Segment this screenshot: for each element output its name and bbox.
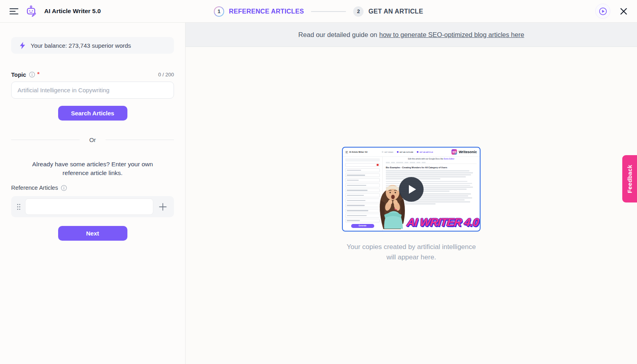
- balance-text: Your balance: 273,743 superior words: [31, 42, 131, 49]
- top-header: AI Article Writer 5.0 1 REFERENCE ARTICL…: [0, 0, 637, 23]
- page-title: AI Article Writer 5.0: [44, 8, 101, 15]
- reference-info-icon[interactable]: [61, 185, 67, 191]
- search-articles-button[interactable]: Search Articles: [58, 106, 127, 121]
- add-reference-button[interactable]: [158, 202, 168, 212]
- divider-line: [11, 140, 80, 140]
- guide-banner-text: Read our detailed guide on: [298, 31, 377, 39]
- thumb-editor-note: Edit this article with our Google Docs l…: [386, 158, 477, 160]
- main-content: Read our detailed guide on how to genera…: [186, 23, 637, 364]
- reference-label-row: Reference Articles: [11, 185, 174, 191]
- topic-char-counter: 0 / 200: [158, 72, 174, 78]
- or-text: Or: [89, 136, 96, 143]
- menu-icon[interactable]: [10, 8, 18, 15]
- topic-info-icon[interactable]: [29, 72, 35, 78]
- writesonic-badge: WS: [451, 149, 457, 155]
- thumb-app-title: AI Article Writer 4.0: [346, 151, 367, 153]
- thumb-stepper: GET IDEAS GET AN OUTLINE GET AN ARTICLE: [382, 151, 433, 153]
- play-triangle-icon: [409, 185, 416, 194]
- or-divider: Or: [11, 136, 174, 143]
- drag-handle-icon[interactable]: [17, 203, 21, 210]
- feedback-tab[interactable]: Feedback: [622, 155, 637, 202]
- required-asterisk: *: [37, 70, 40, 77]
- step-1-label: REFERENCE ARTICLES: [229, 8, 304, 15]
- video-title-text: AI WRITER 4.0: [406, 216, 479, 229]
- guide-banner-link[interactable]: how to generate SEO-optimized blog artic…: [379, 31, 524, 39]
- guide-banner: Read our detailed guide on how to genera…: [186, 23, 637, 47]
- step-2-circle: 2: [353, 6, 363, 17]
- stepper-divider: [311, 11, 346, 12]
- video-play-button[interactable]: [399, 177, 424, 202]
- step-1-circle: 1: [214, 6, 224, 17]
- step-reference-articles[interactable]: 1 REFERENCE ARTICLES: [214, 6, 304, 17]
- reference-articles-label: Reference Articles: [11, 185, 58, 191]
- thumb-doc-heading: Bio Examples - Creating Wonders for All …: [386, 166, 477, 169]
- thumb-topbar: AI Article Writer 4.0 GET IDEAS GET AN O…: [343, 148, 480, 157]
- close-icon[interactable]: [620, 8, 627, 15]
- step-get-an-article[interactable]: 2 GET AN ARTICLE: [353, 6, 423, 17]
- robot-pencil-icon: [25, 5, 37, 18]
- lightning-bolt-icon: [20, 42, 25, 49]
- left-panel: Your balance: 273,743 superior words Top…: [0, 23, 186, 364]
- balance-banner: Your balance: 273,743 superior words: [11, 37, 174, 54]
- play-tour-button[interactable]: [595, 4, 610, 19]
- reference-hint-text: Already have some articles? Enter your o…: [19, 160, 167, 177]
- header-left: AI Article Writer 5.0: [10, 5, 101, 18]
- topic-label: Topic: [11, 72, 26, 78]
- step-2-label: GET AN ARTICLE: [368, 8, 423, 15]
- header-actions: [595, 4, 627, 19]
- writesonic-wordmark: Writesonic: [459, 150, 477, 154]
- reference-url-input[interactable]: [25, 199, 153, 215]
- video-section: AI Article Writer 4.0 GET IDEAS GET AN O…: [186, 147, 637, 263]
- topic-input[interactable]: [11, 82, 174, 99]
- tutorial-video-thumbnail[interactable]: AI Article Writer 4.0 GET IDEAS GET AN O…: [342, 147, 481, 232]
- next-button[interactable]: Next: [58, 226, 127, 241]
- writesonic-logo: WS Writesonic: [451, 149, 477, 155]
- divider-line: [106, 140, 174, 140]
- feedback-tab-label: Feedback: [626, 165, 633, 193]
- thumb-generate-button: Generate: [351, 224, 374, 228]
- wizard-stepper: 1 REFERENCE ARTICLES 2 GET AN ARTICLE: [214, 0, 423, 23]
- reference-article-row: [11, 196, 174, 217]
- topic-label-row: Topic * 0 / 200: [11, 71, 174, 78]
- empty-state-text: Your copies created by artificial intell…: [344, 242, 479, 263]
